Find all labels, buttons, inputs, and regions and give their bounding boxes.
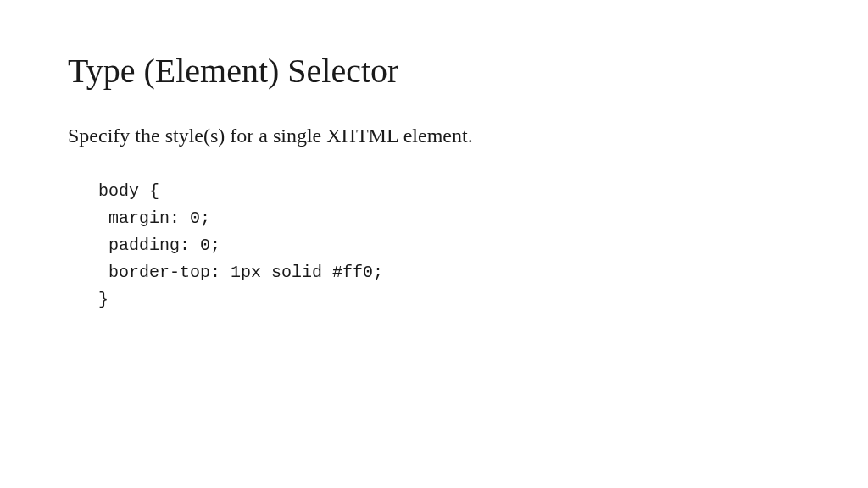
slide-subtitle: Specify the style(s) for a single XHTML … (68, 125, 800, 147)
slide-title: Type (Element) Selector (68, 51, 800, 91)
slide: Type (Element) Selector Specify the styl… (0, 0, 868, 364)
code-example: body { margin: 0; padding: 0; border-top… (68, 178, 800, 313)
